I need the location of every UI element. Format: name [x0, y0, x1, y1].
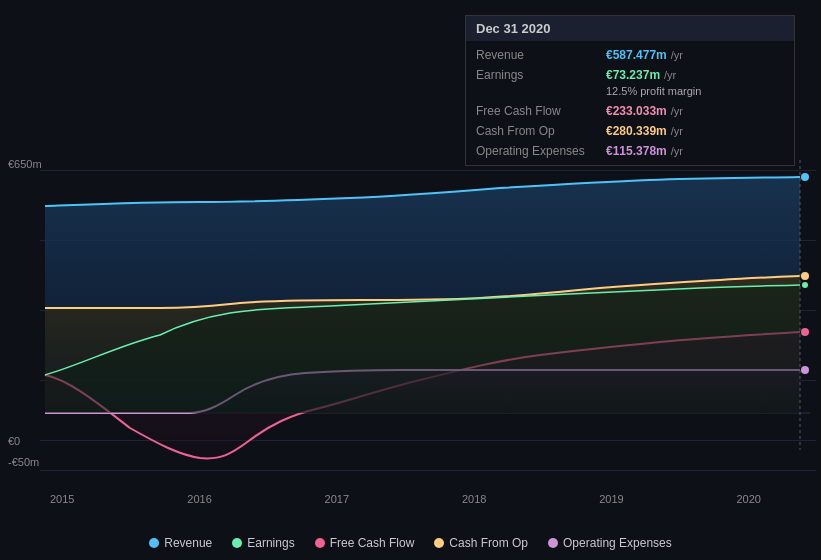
cashfromop-dot [801, 272, 809, 280]
earnings-dot [802, 282, 808, 288]
legend-label-revenue: Revenue [164, 536, 212, 550]
tooltip-label-freecash: Free Cash Flow [476, 104, 606, 118]
tooltip-unit-opex: /yr [671, 145, 683, 157]
tooltip-unit-cashfromop: /yr [671, 125, 683, 137]
tooltip-value-cashfromop: €280.339m [606, 124, 667, 138]
tooltip-row-cashfromop: Cash From Op €280.339m /yr [466, 121, 794, 141]
legend-dot-revenue [149, 538, 159, 548]
legend-label-cashfromop: Cash From Op [449, 536, 528, 550]
tooltip-row-freecash: Free Cash Flow €233.033m /yr [466, 101, 794, 121]
tooltip-row-opex: Operating Expenses €115.378m /yr [466, 141, 794, 161]
tooltip-unit-freecash: /yr [671, 105, 683, 117]
legend-item-revenue[interactable]: Revenue [149, 536, 212, 550]
x-label-2015: 2015 [50, 493, 74, 505]
tooltip-box: Dec 31 2020 Revenue €587.477m /yr Earnin… [465, 15, 795, 166]
legend-item-opex[interactable]: Operating Expenses [548, 536, 672, 550]
tooltip-label-earnings: Earnings [476, 68, 606, 82]
x-label-2018: 2018 [462, 493, 486, 505]
x-labels: 2015 2016 2017 2018 2019 2020 [0, 493, 801, 505]
tooltip-value-opex: €115.378m [606, 144, 667, 158]
legend-item-earnings[interactable]: Earnings [232, 536, 294, 550]
tooltip-label-cashfromop: Cash From Op [476, 124, 606, 138]
legend-label-freecash: Free Cash Flow [330, 536, 415, 550]
tooltip-row-revenue: Revenue €587.477m /yr [466, 45, 794, 65]
opex-dot [801, 366, 809, 374]
tooltip-header: Dec 31 2020 [466, 16, 794, 41]
tooltip-row-earnings: Earnings €73.237m /yr [466, 65, 794, 85]
x-label-2020: 2020 [736, 493, 760, 505]
x-label-2016: 2016 [187, 493, 211, 505]
legend-item-freecash[interactable]: Free Cash Flow [315, 536, 415, 550]
legend-dot-cashfromop [434, 538, 444, 548]
tooltip-label-revenue: Revenue [476, 48, 606, 62]
tooltip-value-revenue: €587.477m [606, 48, 667, 62]
tooltip-unit-earnings: /yr [664, 69, 676, 81]
legend-label-opex: Operating Expenses [563, 536, 672, 550]
chart-svg [0, 160, 821, 490]
x-label-2017: 2017 [325, 493, 349, 505]
freecash-dot [801, 328, 809, 336]
legend-item-cashfromop[interactable]: Cash From Op [434, 536, 528, 550]
legend-label-earnings: Earnings [247, 536, 294, 550]
tooltip-unit-revenue: /yr [671, 49, 683, 61]
tooltip-label-opex: Operating Expenses [476, 144, 606, 158]
chart-container: Dec 31 2020 Revenue €587.477m /yr Earnin… [0, 0, 821, 560]
tooltip-body: Revenue €587.477m /yr Earnings €73.237m … [466, 41, 794, 165]
legend-dot-freecash [315, 538, 325, 548]
legend: Revenue Earnings Free Cash Flow Cash Fro… [0, 536, 821, 550]
legend-dot-earnings [232, 538, 242, 548]
tooltip-margin: 12.5% profit margin [466, 85, 794, 101]
revenue-dot [801, 173, 809, 181]
tooltip-value-freecash: €233.033m [606, 104, 667, 118]
tooltip-value-earnings: €73.237m [606, 68, 660, 82]
legend-dot-opex [548, 538, 558, 548]
x-label-2019: 2019 [599, 493, 623, 505]
